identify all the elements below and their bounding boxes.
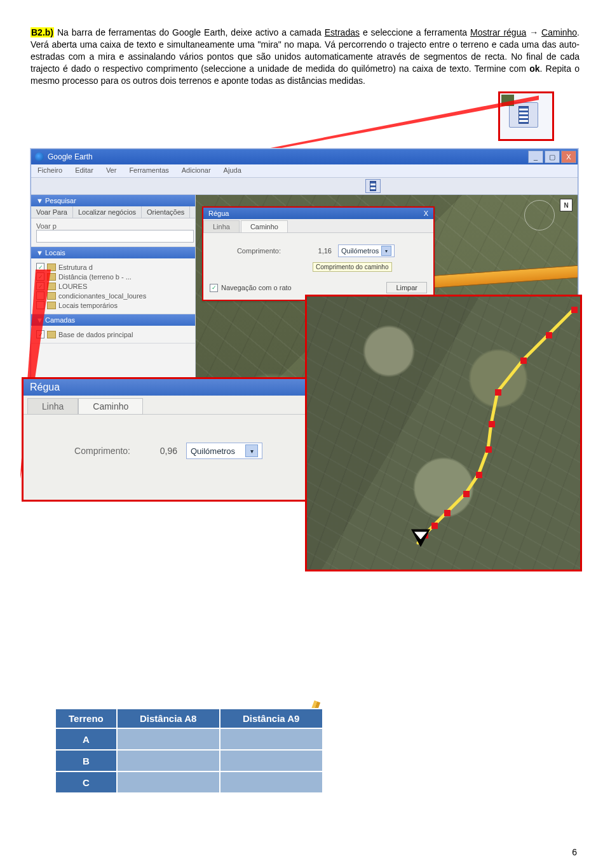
- search-tab[interactable]: Localizar negócios: [73, 206, 142, 218]
- svg-rect-0: [571, 307, 578, 313]
- search-block: Voar p: [31, 218, 195, 247]
- tab-linha[interactable]: Linha: [27, 398, 78, 415]
- answer-table: Terreno Distância A8 Distância A9 A B C: [55, 708, 323, 794]
- app-logo-icon: [35, 152, 44, 161]
- ruler-icon: [370, 181, 376, 191]
- layers-tree: ✓Base de dados principal: [31, 326, 195, 344]
- tree-item[interactable]: LOURES: [58, 283, 87, 290]
- dialog-close-button[interactable]: X: [424, 210, 428, 217]
- menu-item[interactable]: Ferramentas: [123, 164, 175, 177]
- table-row-header: B: [55, 750, 117, 771]
- flyto-input[interactable]: [36, 230, 194, 243]
- app-title: Google Earth: [48, 152, 93, 161]
- sidebar-header-search[interactable]: ▼ Pesquisar: [31, 195, 195, 206]
- checkbox[interactable]: ✓: [210, 284, 218, 292]
- compass-north: N: [560, 199, 573, 211]
- svg-rect-5: [485, 446, 492, 453]
- dialog-title: Régua: [24, 379, 322, 396]
- window-close-button[interactable]: X: [561, 150, 576, 163]
- svg-rect-9: [431, 523, 438, 529]
- map-detail-callout: [305, 295, 582, 571]
- chevron-down-icon: ▾: [245, 444, 258, 457]
- svg-rect-7: [463, 491, 470, 497]
- menu-item[interactable]: Ficheiro: [31, 164, 69, 177]
- svg-rect-1: [546, 332, 552, 338]
- flyto-label: Voar p: [36, 222, 57, 230]
- table-header: Terreno: [55, 709, 117, 728]
- menu-bar: Ficheiro Editar Ver Ferramentas Adiciona…: [31, 164, 578, 178]
- clear-button[interactable]: Limpar: [386, 282, 427, 293]
- window-titlebar: Google Earth _ ▢ X: [31, 149, 578, 164]
- table-cell: [117, 750, 220, 771]
- menu-item[interactable]: Adicionar: [175, 164, 217, 177]
- folder-icon: [47, 331, 56, 338]
- menu-item[interactable]: Ver: [100, 164, 123, 177]
- figure-area: Google Earth _ ▢ X Ficheiro Editar Ver F…: [30, 98, 580, 644]
- sidebar-header-layers[interactable]: ▼ Camadas: [31, 314, 195, 326]
- table-row-header: C: [55, 771, 117, 793]
- table-cell: [220, 771, 323, 793]
- chevron-down-icon: ▾: [381, 246, 391, 256]
- tree-item[interactable]: condicionantes_local_loures: [58, 292, 146, 300]
- nav-compass-icon[interactable]: [524, 200, 555, 230]
- tab-linha[interactable]: Linha: [203, 220, 240, 232]
- menu-item[interactable]: Ajuda: [217, 164, 248, 177]
- svg-rect-6: [476, 472, 482, 478]
- table-cell: [220, 728, 323, 750]
- folder-icon: [47, 302, 56, 309]
- dialog-title: Régua: [208, 210, 229, 217]
- page-number: 6: [572, 847, 577, 857]
- table-header: Distância A9: [220, 709, 323, 728]
- unit-select[interactable]: Quilómetros ▾: [338, 244, 395, 257]
- tree-item[interactable]: Distância (terreno b - ...: [58, 273, 132, 281]
- instruction-paragraph: B2.b) Na barra de ferramentas do Google …: [30, 27, 580, 86]
- tab-caminho[interactable]: Caminho: [241, 220, 288, 232]
- tree-item[interactable]: Base de dados principal: [58, 331, 133, 338]
- places-tree: ✓Estrutura d ✓Distância (terreno b - ...…: [31, 258, 195, 314]
- window-maximize-button[interactable]: ▢: [545, 150, 560, 163]
- mouse-nav-label: Navegação com o rato: [221, 284, 292, 291]
- ruler-toolbar-button[interactable]: [509, 102, 538, 128]
- length-label: Comprimento:: [211, 247, 281, 255]
- toolbar: [31, 178, 578, 195]
- length-label: Comprimento:: [35, 446, 130, 456]
- search-tabs: Voar Para Localizar negócios Orientações: [31, 206, 195, 218]
- svg-rect-3: [495, 389, 501, 396]
- tree-item[interactable]: Estrutura d: [58, 264, 93, 271]
- length-value: 1,16: [287, 247, 332, 255]
- tooltip: Comprimento do caminho: [313, 262, 392, 272]
- menu-item[interactable]: Editar: [69, 164, 100, 177]
- path-overlay: [307, 297, 580, 570]
- search-tab[interactable]: Voar Para: [31, 206, 73, 218]
- table-cell: [117, 771, 220, 793]
- svg-rect-8: [444, 510, 451, 516]
- folder-icon: [47, 292, 56, 300]
- tab-caminho[interactable]: Caminho: [78, 398, 143, 415]
- ruler-icon: [518, 106, 529, 124]
- svg-rect-4: [489, 421, 495, 427]
- ruler-tool-button[interactable]: [365, 179, 381, 193]
- window-minimize-button[interactable]: _: [528, 150, 543, 163]
- tree-item[interactable]: Locais temporários: [58, 302, 118, 309]
- unit-select[interactable]: Quilómetros ▾: [186, 443, 262, 459]
- table-cell: [117, 728, 220, 750]
- table-header: Distância A8: [117, 709, 220, 728]
- ruler-dialog-zoom: Régua Linha Caminho Comprimento: 0,96 Qu…: [22, 377, 324, 502]
- sidebar-header-places[interactable]: ▼ Locais: [31, 247, 195, 258]
- table-cell: [220, 750, 323, 771]
- svg-rect-2: [520, 357, 527, 364]
- ruler-dialog: Régua X Linha Caminho Comprimento: 1,16: [202, 206, 435, 301]
- table-row-header: A: [55, 728, 117, 750]
- search-tab[interactable]: Orientações: [142, 206, 190, 218]
- task-label: B2.b): [30, 27, 54, 37]
- length-value: 0,96: [139, 446, 177, 456]
